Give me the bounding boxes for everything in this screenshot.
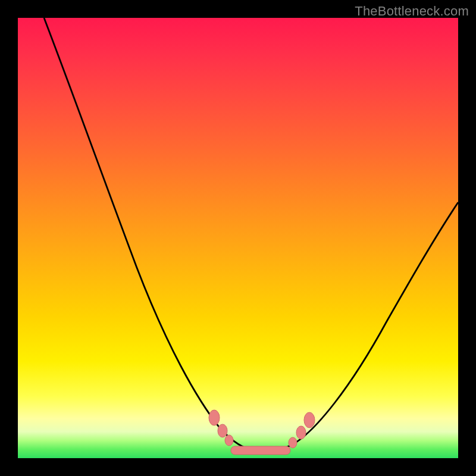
marker-dot [304,412,315,428]
curve-path [44,18,458,452]
bottleneck-curve [18,18,458,458]
watermark-text: TheBottleneck.com [355,4,469,19]
marker-dot [225,435,233,446]
marker-dot [296,426,306,439]
plot-area [18,18,458,458]
marker-dot [209,410,220,425]
marker-flat [231,446,290,455]
marker-dot [218,424,227,437]
marker-dot [289,437,297,448]
valley-markers [209,410,315,455]
chart-frame: TheBottleneck.com [0,0,476,476]
